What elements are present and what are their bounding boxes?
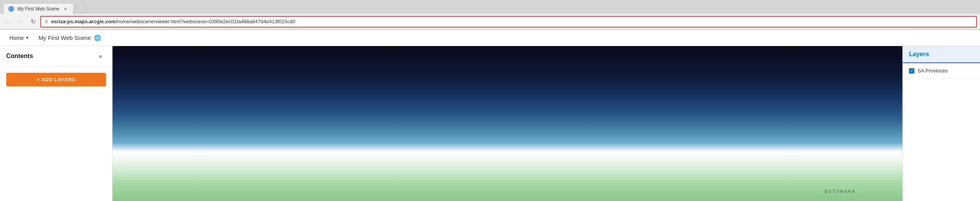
forward-button[interactable]: → [16,17,26,27]
scene-title-container: My First Web Scene 🌐 [38,34,101,41]
new-tab-button[interactable] [75,4,86,14]
globe-icon: 🌐 [94,34,101,41]
app-header: Home ▼ My First Web Scene 🌐 [0,30,980,46]
add-layers-button[interactable]: + ADD LAYERS [6,73,106,86]
collapse-button[interactable]: « [95,51,106,62]
tab-close-button[interactable]: × [62,6,69,12]
map-background [113,46,902,201]
layer-name: SA Provinces [918,68,947,74]
tab-favicon [8,6,14,12]
browser-chrome: My First Web Scene × ← → ↻ 🗎 esriza-ps.m… [0,0,980,30]
refresh-button[interactable]: ↻ [28,17,38,27]
address-bar-row: ← → ↻ 🗎 esriza-ps.maps.arcgis.com/home/w… [0,14,980,29]
checkbox-check-icon: ✓ [910,69,913,73]
right-panel: Layers ✓ SA Provinces [902,46,980,201]
map-label-botswana: BOTSWANA [824,189,856,194]
panel-title: Contents [6,53,33,60]
address-path: /home/webscene/viewer.html?webscene=0390… [116,19,295,24]
map-area[interactable]: BOTSWANA [113,46,902,201]
address-bar[interactable]: 🗎 esriza-ps.maps.arcgis.com/home/webscen… [40,16,977,27]
layer-item: ✓ SA Provinces [903,63,980,79]
address-text: esriza-ps.maps.arcgis.com/home/webscene/… [51,19,295,24]
back-button[interactable]: ← [3,17,13,27]
left-panel: Contents « + ADD LAYERS [0,46,113,201]
main-content: Contents « + ADD LAYERS BOTSWANA Layers … [0,46,980,201]
panel-header: Contents « [0,46,112,67]
address-domain: esriza-ps.maps.arcgis.com [51,19,116,24]
home-label: Home [9,35,24,41]
scene-title-text: My First Web Scene [38,34,91,41]
home-button[interactable]: Home ▼ [6,33,32,43]
home-dropdown-arrow: ▼ [25,36,29,40]
layers-tab[interactable]: Layers [903,46,980,63]
address-icon: 🗎 [44,19,49,24]
layer-checkbox[interactable]: ✓ [909,68,914,74]
tab-bar: My First Web Scene × [0,0,980,14]
active-tab[interactable]: My First Web Scene × [3,3,74,14]
tab-title: My First Web Scene [17,6,59,12]
